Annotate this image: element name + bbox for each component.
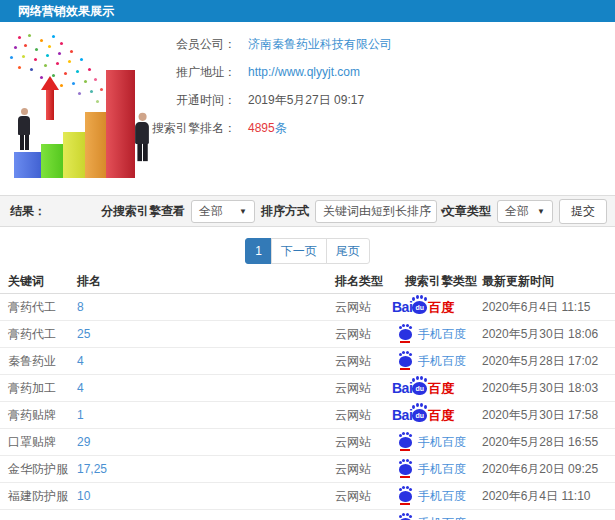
engine-filter-label: 分搜索引擎查看 [101, 203, 185, 220]
businessman-figure-right [135, 113, 149, 161]
info-label: 开通时间： [148, 92, 236, 109]
growth-chart-illustration [0, 30, 170, 192]
rank-link[interactable]: 10 [77, 489, 90, 503]
baidu-paw-icon [399, 464, 412, 475]
baidu-mobile-label: 手机百度 [418, 515, 466, 520]
table-row: 膏药贴牌 1 云网站 Bai du 百度 2020年5月30日 17:58 [0, 402, 615, 429]
table-row: 膏药加工 4 云网站 Bai du 百度 2020年5月30日 18:03 [0, 375, 615, 402]
keyword-cell: 膏药代工 [0, 326, 77, 343]
rank-type-cell: 云网站 [335, 434, 405, 451]
table-row: 秦鲁药业 4 云网站 手机百度 2020年5月28日 17:02 [0, 348, 615, 375]
engine-cell: 手机百度 [405, 434, 482, 451]
article-type-value: 全部 [505, 203, 529, 220]
info-row: 开通时间： 2019年5月27日 09:17 [148, 86, 615, 114]
keyword-cell: 膏药贴牌 [0, 407, 77, 424]
growth-arrow-icon [41, 76, 59, 120]
page-current[interactable]: 1 [245, 238, 272, 264]
rank-link[interactable]: 29 [77, 435, 90, 449]
baidu-mobile-logo: 手机百度 [399, 488, 466, 505]
info-row: 会员公司： 济南秦鲁药业科技有限公司 [148, 30, 615, 58]
keyword-cell: 膏药加工 [0, 380, 77, 397]
businessman-figure-left [18, 108, 30, 150]
baidu-wordmark-bai: Bai [392, 381, 412, 395]
baidu-wordmark-bai: Bai [392, 408, 412, 422]
info-fields: 会员公司： 济南秦鲁药业科技有限公司 推广地址： http://www.qlyy… [148, 30, 615, 142]
info-label: 推广地址： [148, 64, 236, 81]
rank-link[interactable]: 17,25 [77, 462, 107, 476]
baidu-pc-logo: Bai du 百度 [392, 300, 454, 314]
engine-cell: 手机百度 [405, 461, 482, 478]
chart-bar-red [106, 70, 135, 178]
baidu-pc-logo: Bai du 百度 [392, 381, 454, 395]
table-header-row: 关键词 排名 排名类型 搜索引擎类型 最新更新时间 [0, 270, 615, 294]
submit-button[interactable]: 提交 [559, 199, 607, 224]
header-keyword: 关键词 [0, 273, 77, 290]
info-row: 推广地址： http://www.qlyyjt.com [148, 58, 615, 86]
article-type-select[interactable]: 全部 ▼ [497, 200, 553, 223]
sort-label: 排序方式 [261, 203, 309, 220]
keyword-cell: 膏药代工 [0, 299, 77, 316]
updated-cell: 2020年5月30日 17:58 [482, 407, 615, 424]
rank-link[interactable]: 1 [77, 408, 84, 422]
table-row: 手机百度 [0, 510, 615, 520]
info-row: 搜索引擎排名： 4895 条 [148, 114, 615, 142]
baidu-mobile-logo: 手机百度 [399, 515, 466, 520]
keyword-cell: 口罩贴牌 [0, 434, 77, 451]
rank-link[interactable]: 8 [77, 300, 84, 314]
header-updated: 最新更新时间 [482, 273, 615, 290]
header-engine-type: 搜索引擎类型 [405, 273, 482, 290]
rank-link[interactable]: 4 [77, 354, 84, 368]
info-value[interactable]: 济南秦鲁药业科技有限公司 [248, 36, 392, 53]
info-value: 4895 [248, 121, 275, 135]
page-next[interactable]: 下一页 [271, 238, 327, 264]
keyword-cell: 秦鲁药业 [0, 353, 77, 370]
confetti-decoration [0, 30, 3, 33]
caret-down-icon: ▼ [231, 207, 247, 216]
baidu-mobile-logo: 手机百度 [399, 434, 466, 451]
updated-cell: 2020年6月20日 09:25 [482, 461, 615, 478]
baidu-pc-logo: Bai du 百度 [392, 408, 454, 422]
baidu-paw-icon: du [412, 382, 427, 395]
updated-cell: 2020年5月28日 17:02 [482, 353, 615, 370]
baidu-paw-icon [399, 329, 412, 340]
pagination: 1 下一页 尾页 [0, 238, 615, 264]
info-value-suffix: 条 [275, 120, 287, 137]
table-row: 膏药代工 8 云网站 Bai du 百度 2020年6月4日 11:15 [0, 294, 615, 321]
engine-cell: Bai du 百度 [405, 408, 482, 422]
engine-cell: 手机百度 [405, 515, 482, 520]
updated-cell: 2020年5月30日 18:06 [482, 326, 615, 343]
baidu-mobile-logo: 手机百度 [399, 461, 466, 478]
info-label: 会员公司： [148, 36, 236, 53]
table-row: 金华防护服 17,25 云网站 手机百度 2020年6月20日 09:25 [0, 456, 615, 483]
filter-bar: 结果： 分搜索引擎查看 全部 ▼ 排序方式 关键词由短到长排序 ▼ 文章类型 全… [0, 195, 615, 227]
info-value[interactable]: http://www.qlyyjt.com [248, 65, 360, 79]
engine-cell: 手机百度 [405, 488, 482, 505]
baidu-paw-icon [399, 491, 412, 502]
baidu-mobile-logo: 手机百度 [399, 326, 466, 343]
info-value: 2019年5月27日 09:17 [248, 92, 364, 109]
page-last[interactable]: 尾页 [326, 238, 370, 264]
member-info-section: 会员公司： 济南秦鲁药业科技有限公司 推广地址： http://www.qlyy… [0, 22, 615, 192]
sort-select[interactable]: 关键词由短到长排序 ▼ [315, 200, 437, 223]
engine-filter-select[interactable]: 全部 ▼ [191, 200, 255, 223]
engine-filter-value: 全部 [199, 203, 223, 220]
rank-link[interactable]: 4 [77, 381, 84, 395]
keyword-cell: 金华防护服 [0, 461, 77, 478]
baidu-mobile-label: 手机百度 [418, 488, 466, 505]
rank-link[interactable]: 25 [77, 327, 90, 341]
baidu-mobile-label: 手机百度 [418, 353, 466, 370]
updated-cell: 2020年6月4日 11:10 [482, 488, 615, 505]
baidu-mobile-logo: 手机百度 [399, 353, 466, 370]
rank-type-cell: 云网站 [335, 488, 405, 505]
updated-cell: 2020年5月30日 18:03 [482, 380, 615, 397]
baidu-paw-icon [399, 437, 412, 448]
filter-controls: 分搜索引擎查看 全部 ▼ 排序方式 关键词由短到长排序 ▼ 文章类型 全部 ▼ … [101, 199, 615, 224]
result-label: 结果： [0, 203, 46, 220]
engine-cell: Bai du 百度 [405, 300, 482, 314]
baidu-wordmark-bai: Bai [392, 300, 412, 314]
header-rank: 排名 [77, 273, 335, 290]
engine-cell: Bai du 百度 [405, 381, 482, 395]
baidu-mobile-label: 手机百度 [418, 461, 466, 478]
chart-bar-blue [14, 152, 43, 178]
engine-cell: 手机百度 [405, 353, 482, 370]
